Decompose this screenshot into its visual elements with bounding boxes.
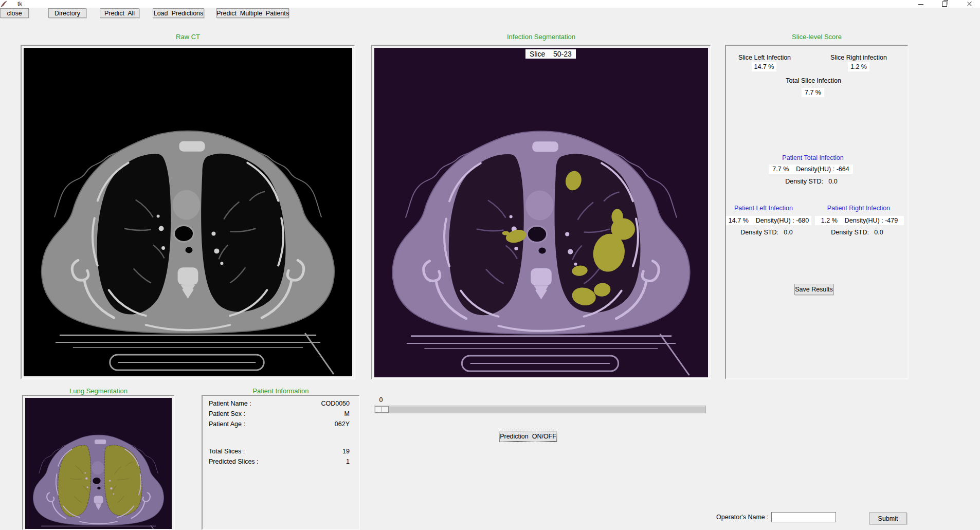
total-slice-infection-value: 7.7 % xyxy=(802,88,824,97)
save-results-button[interactable]: Save Results xyxy=(794,284,833,295)
tk-feather-icon xyxy=(1,1,7,7)
slice-level-score-panel: Slice Left Infection 14.7 % Slice Right … xyxy=(725,45,909,379)
patient-sex-label: Patient Sex : xyxy=(209,410,245,417)
slice-right-infection-label: Slice Right infection xyxy=(820,54,897,61)
slice-level-score-title: Slice-level Score xyxy=(725,33,909,41)
patient-right-infection-label: Patient Right Infection xyxy=(820,205,897,212)
patient-information-title: Patient Information xyxy=(202,387,360,395)
predict-multiple-patients-button[interactable]: Predict Multiple Patients xyxy=(216,8,289,18)
patient-left-density-std: Density STD: 0.0 xyxy=(728,229,805,236)
lung-segmentation-title: Lung Segmentation xyxy=(22,387,175,395)
slice-left-infection-value: 14.7 % xyxy=(752,62,776,71)
predicted-slices-label: Predicted Slices : xyxy=(209,458,259,465)
lung-segmentation-panel xyxy=(22,395,175,530)
close-icon[interactable] xyxy=(956,0,980,8)
infection-segmentation-panel: Slice 50-23 xyxy=(371,45,711,379)
close-button[interactable]: close xyxy=(0,8,29,18)
slider-value-label: 0 xyxy=(374,396,388,404)
window-title: tk xyxy=(17,0,22,8)
patient-name-label: Patient Name : xyxy=(209,400,251,407)
patient-right-infection-value: 1.2 % Density(HU) : -479 xyxy=(815,216,904,225)
patient-name-row: Patient Name : COD0050 xyxy=(209,400,350,407)
raw-ct-title: Raw CT xyxy=(21,33,355,41)
operator-name-input[interactable] xyxy=(771,512,836,522)
lung-segmentation-image xyxy=(25,398,172,530)
window-controls xyxy=(909,0,980,8)
patient-name-value: COD0050 xyxy=(321,400,350,407)
patient-left-infection-label: Patient Left Infection xyxy=(726,205,801,212)
operator-name-label: Operator's Name : xyxy=(716,514,769,521)
predicted-slices-row: Predicted Slices : 1 xyxy=(209,458,350,465)
slice-slider[interactable] xyxy=(374,406,706,413)
patient-right-density-std: Density STD: 0.0 xyxy=(819,229,896,236)
slice-number-label: Slice 50-23 xyxy=(525,49,576,59)
submit-button[interactable]: Submit xyxy=(869,513,907,524)
infection-segmentation-image xyxy=(374,48,708,377)
patient-total-infection-label: Patient Total Infection xyxy=(774,154,851,161)
title-bar: tk xyxy=(0,0,980,8)
patient-age-row: Patient Age : 062Y xyxy=(209,421,350,428)
patient-total-density-std: Density STD: 0.0 xyxy=(773,178,850,185)
patient-left-infection-value: 14.7 % Density(HU) : -680 xyxy=(726,216,811,225)
slice-left-infection-label: Slice Left Infection xyxy=(726,54,803,61)
patient-sex-row: Patient Sex : M xyxy=(209,410,350,417)
predict-all-button[interactable]: Predict All xyxy=(100,8,139,18)
raw-ct-image xyxy=(24,48,352,376)
total-slice-infection-label: Total Slice Infection xyxy=(775,77,852,84)
directory-button[interactable]: Directory xyxy=(48,8,86,18)
total-slices-label: Total Slices : xyxy=(209,448,245,455)
predicted-slices-value: 1 xyxy=(346,458,350,465)
prediction-toggle-button[interactable]: Prediction ON/OFF xyxy=(499,431,557,442)
total-slices-row: Total Slices : 19 xyxy=(209,448,350,455)
patient-age-label: Patient Age : xyxy=(209,421,245,428)
restore-icon[interactable] xyxy=(933,0,956,8)
slice-right-infection-value: 1.2 % xyxy=(848,62,869,71)
total-slices-value: 19 xyxy=(342,448,350,455)
raw-ct-panel xyxy=(21,45,355,379)
infection-segmentation-title: Infection Segmentation xyxy=(371,33,711,41)
load-predictions-button[interactable]: Load Predictions xyxy=(153,8,204,18)
patient-age-value: 062Y xyxy=(335,421,350,428)
minimize-icon[interactable] xyxy=(909,0,933,8)
patient-information-panel: Patient Name : COD0050 Patient Sex : M P… xyxy=(202,395,360,530)
patient-sex-value: M xyxy=(344,410,350,417)
patient-total-infection-value: 7.7 % Density(HU) : -664 xyxy=(769,165,853,174)
slider-thumb[interactable] xyxy=(375,406,389,413)
